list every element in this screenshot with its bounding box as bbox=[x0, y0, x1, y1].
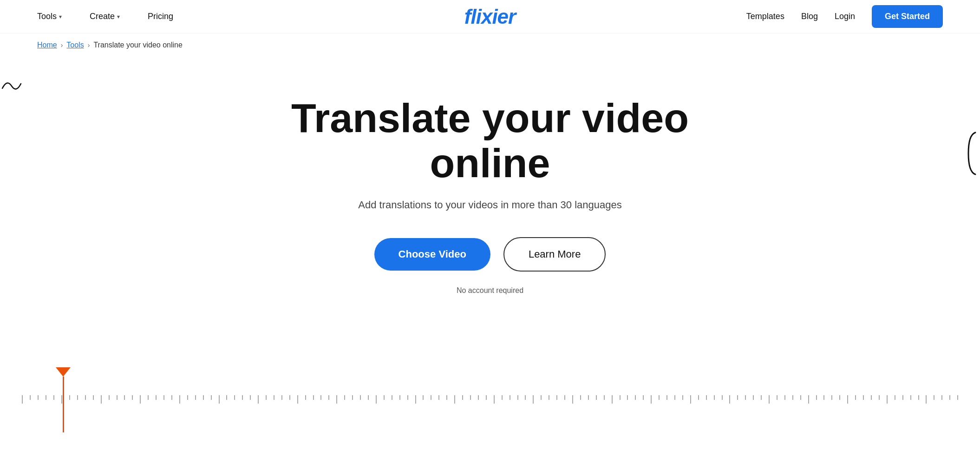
ruler-tick bbox=[19, 395, 26, 404]
ruler-tick bbox=[836, 395, 844, 400]
ruler-tick bbox=[482, 395, 490, 400]
ruler-tick bbox=[600, 395, 608, 400]
ruler-tick bbox=[129, 395, 137, 400]
no-account-label: No account required bbox=[457, 286, 523, 295]
ruler-tick bbox=[341, 395, 349, 400]
ruler-tick bbox=[474, 395, 482, 400]
ruler-tick bbox=[121, 395, 129, 400]
ruler-tick bbox=[81, 395, 89, 400]
ruler-tick bbox=[404, 395, 412, 400]
ruler-tick bbox=[388, 395, 396, 400]
ruler-tick bbox=[176, 395, 183, 404]
ruler-tick bbox=[679, 395, 686, 400]
ruler-tick bbox=[325, 395, 333, 400]
ruler-tick bbox=[742, 395, 750, 400]
ruler-tick bbox=[899, 395, 907, 400]
ruler-tick bbox=[922, 395, 930, 404]
ruler-tick bbox=[73, 395, 81, 400]
ruler-tick bbox=[89, 395, 97, 400]
ruler-tick bbox=[789, 395, 797, 400]
ruler-tick bbox=[50, 395, 58, 400]
button-row: Choose Video Learn More bbox=[374, 237, 606, 272]
nav-item-login[interactable]: Login bbox=[835, 12, 855, 21]
ruler-tick bbox=[569, 395, 577, 404]
ruler-tick bbox=[765, 395, 773, 404]
ruler-tick bbox=[270, 395, 278, 400]
ruler-tick bbox=[537, 395, 545, 400]
ruler-tick bbox=[498, 395, 506, 400]
breadcrumb-separator-2: › bbox=[88, 41, 90, 49]
ruler-tick bbox=[702, 395, 710, 400]
breadcrumb-current: Translate your video online bbox=[93, 41, 183, 49]
nav-item-pricing[interactable]: Pricing bbox=[148, 12, 173, 21]
ruler-tick bbox=[365, 395, 372, 400]
ruler-tick bbox=[144, 395, 152, 400]
ruler-tick bbox=[333, 395, 341, 404]
ruler-tick bbox=[915, 395, 922, 400]
ruler-tick bbox=[930, 395, 938, 400]
ruler-tick bbox=[773, 395, 781, 400]
ruler-tick bbox=[459, 395, 467, 400]
ruler-tick bbox=[380, 395, 388, 400]
ruler-tick bbox=[301, 395, 309, 400]
ruler-tick bbox=[663, 395, 671, 400]
ruler-tick bbox=[58, 395, 66, 404]
ruler-tick bbox=[812, 395, 820, 400]
nav-item-templates[interactable]: Templates bbox=[746, 12, 784, 21]
ruler-tick bbox=[105, 395, 113, 400]
ruler-tick bbox=[247, 395, 255, 400]
navbar: Tools ▾ Create ▾ Pricing flixier Templat… bbox=[0, 0, 980, 33]
ruler-tick bbox=[223, 395, 231, 400]
ruler-tick bbox=[671, 395, 679, 400]
ruler-tick bbox=[616, 395, 624, 400]
learn-more-button[interactable]: Learn More bbox=[503, 237, 606, 272]
ruler-tick bbox=[883, 395, 891, 404]
timeline-section: // Generate ticks inline (function() { c… bbox=[0, 358, 980, 451]
ruler-tick bbox=[183, 395, 191, 400]
ruler-tick bbox=[938, 395, 946, 400]
ruler-tick bbox=[427, 395, 435, 400]
ruler-tick bbox=[592, 395, 600, 400]
ruler-tick bbox=[207, 395, 215, 400]
breadcrumb-separator-1: › bbox=[61, 41, 63, 49]
ruler-tick bbox=[443, 395, 451, 400]
timeline-ruler: // Generate ticks inline (function() { c… bbox=[0, 395, 980, 414]
ruler-tick bbox=[576, 395, 584, 400]
ruler-tick bbox=[624, 395, 632, 400]
ruler-tick bbox=[907, 395, 915, 400]
create-caret-icon: ▾ bbox=[117, 13, 120, 20]
nav-item-tools[interactable]: Tools ▾ bbox=[37, 12, 62, 21]
ruler-tick bbox=[954, 395, 962, 400]
ruler-tick bbox=[294, 395, 301, 404]
ruler-tick bbox=[199, 395, 207, 400]
ruler-tick bbox=[868, 395, 875, 400]
hero-section: Translate your video online Add translat… bbox=[0, 49, 980, 323]
nav-right: Templates Blog Login Get Started bbox=[746, 5, 943, 28]
ruler-tick bbox=[412, 395, 419, 404]
ruler-tick bbox=[781, 395, 789, 400]
breadcrumb-tools[interactable]: Tools bbox=[66, 41, 84, 49]
ruler-tick bbox=[160, 395, 168, 400]
nav-item-create[interactable]: Create ▾ bbox=[90, 12, 120, 21]
ruler-tick bbox=[632, 395, 640, 400]
site-logo[interactable]: flixier bbox=[464, 5, 516, 28]
ruler-tick bbox=[419, 395, 427, 400]
ruler-tick bbox=[309, 395, 317, 400]
nav-item-blog[interactable]: Blog bbox=[801, 12, 818, 21]
ruler-tick bbox=[372, 395, 380, 404]
ruler-tick bbox=[286, 395, 294, 400]
ruler-tick bbox=[758, 395, 765, 400]
get-started-button[interactable]: Get Started bbox=[872, 5, 943, 28]
ruler-tick bbox=[215, 395, 223, 404]
ruler-tick bbox=[231, 395, 239, 400]
ruler-tick bbox=[529, 395, 537, 404]
choose-video-button[interactable]: Choose Video bbox=[374, 238, 490, 271]
ruler-tick bbox=[561, 395, 569, 400]
breadcrumb-home[interactable]: Home bbox=[37, 41, 57, 49]
ruler-tick bbox=[710, 395, 718, 400]
ruler-tick bbox=[113, 395, 121, 400]
ruler-tick bbox=[262, 395, 270, 400]
ruler-tick bbox=[797, 395, 804, 400]
ruler-tick bbox=[522, 395, 529, 400]
ruler-tick bbox=[467, 395, 475, 400]
